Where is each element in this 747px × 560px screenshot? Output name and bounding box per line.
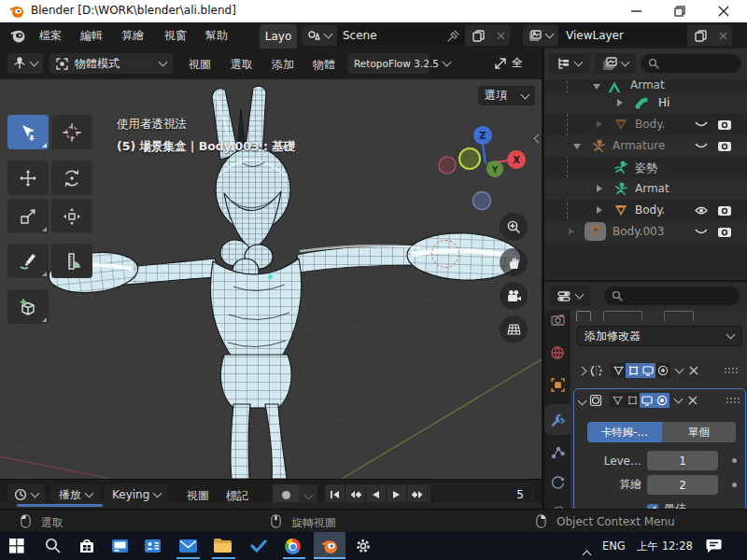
properties-editor-dropdown[interactable] [549,286,590,306]
taskbar-store-icon[interactable] [79,539,94,553]
viewport-menu-view[interactable]: 視圖 [185,57,215,73]
close-button[interactable] [718,6,729,17]
viewlayer-new-button[interactable] [687,25,713,46]
workspace-tab-layout[interactable]: Layo [260,24,297,49]
start-button[interactable] [9,539,24,553]
tray-expand-chevron[interactable] [579,544,590,560]
maximize-button[interactable] [674,6,685,17]
levels-value-field[interactable]: 1 [647,451,718,470]
modifier-mirror-header[interactable] [574,359,743,382]
add-modifier-dropdown[interactable]: 添加修改器 [576,326,742,346]
properties-search-input[interactable] [604,287,740,305]
transform-orientation-dropdown[interactable]: 全 [493,55,523,71]
pin-icon[interactable] [447,30,459,42]
blender-app-icon[interactable] [9,27,26,44]
menu-window[interactable]: 視窗 [161,28,190,44]
camera-visibility-icon[interactable] [717,226,732,238]
modifier-close-icon[interactable] [689,366,698,375]
modifier-close-icon[interactable] [688,396,698,405]
outliner-display-mode-dropdown[interactable] [549,53,590,74]
toggle-cage-icon[interactable] [611,363,626,378]
modifier-drag-handle[interactable] [724,367,739,374]
outliner-search-input[interactable] [641,54,741,73]
editor-type-dropdown[interactable] [7,53,43,74]
tab-world-icon[interactable] [550,345,565,360]
tab-object-icon[interactable] [551,378,565,392]
simple-button[interactable]: 單個 [662,422,737,442]
select-tool[interactable] [7,115,49,149]
minimize-button[interactable] [631,10,642,12]
taskbar-mail-icon[interactable] [179,539,197,553]
outliner-filter-dropdown[interactable] [595,53,636,74]
camera-visibility-icon[interactable] [717,119,732,131]
transform-tool[interactable] [51,199,92,233]
navigation-gizmo[interactable]: Y Z X [437,121,530,215]
taskbar-blender-icon[interactable] [321,538,338,554]
language-indicator[interactable]: ENG [602,539,626,553]
scene-unlink-button[interactable] [491,25,510,46]
retopoflow-dropdown[interactable]: RetopoFlow 3.2.5 [348,53,429,74]
zoom-button[interactable] [500,213,528,241]
action-center-icon[interactable] [706,539,722,553]
camera-visibility-icon[interactable] [717,140,732,152]
menu-file[interactable]: 檔案 [35,28,65,44]
clock[interactable]: 上午 12:28 [637,539,693,553]
toggle-editmode-icon[interactable] [626,363,641,378]
cursor-tool[interactable] [51,115,92,149]
orthographic-grid-button[interactable] [500,315,528,343]
tab-particles-icon[interactable] [551,445,565,459]
eye-open-icon[interactable] [694,205,709,216]
timeline-track-strip[interactable] [0,502,542,509]
outliner-row-armature[interactable]: Armature [544,135,747,157]
move-tool[interactable] [7,161,49,195]
modifier-subsurf-header[interactable] [574,389,745,412]
mode-dropdown[interactable]: 物體模式 [49,53,173,74]
sidebar-toggle-arrow[interactable] [530,128,542,146]
taskbar-explorer-icon[interactable] [214,539,232,553]
tab-physics-icon[interactable] [551,476,565,490]
scene-new-button[interactable] [465,25,491,46]
toggle-editmode-icon[interactable] [625,393,640,408]
toggle-realtime-icon[interactable] [641,363,655,378]
toggle-realtime-icon[interactable] [640,393,655,408]
viewport-3d[interactable]: 使用者透視法 (5) 場景集盒 | Body.003 : 基礎 選項 [0,79,542,479]
catmull-clark-button[interactable]: 卡特姆-… [587,422,662,442]
menu-help[interactable]: 幫助 [202,28,232,44]
annotate-tool[interactable] [7,244,49,278]
taskbar-todo-icon[interactable] [250,539,267,553]
outliner-row-body003-active[interactable]: Body.003 [544,221,747,243]
menu-edit[interactable]: 編輯 [77,28,106,44]
taskbar-people-app-icon[interactable] [145,539,161,553]
viewlayer-name-field[interactable]: ViewLayer [558,25,687,46]
render-value-field[interactable]: 2 [647,475,718,495]
outliner-row-pose[interactable]: 姿勢 [544,157,747,178]
timeline-range-bar[interactable] [17,504,103,507]
viewport-menu-object[interactable]: 物體 [309,57,339,73]
modifier-drag-handle[interactable] [726,397,740,404]
viewport-menu-add[interactable]: 添加 [268,57,298,73]
scale-tool[interactable] [7,199,49,233]
toggle-cage-icon[interactable] [610,393,625,408]
toggle-render-icon[interactable] [655,393,669,408]
outliner-row-body-visible[interactable]: Body. [544,200,747,221]
toggle-render-icon[interactable] [655,363,670,378]
menu-render[interactable]: 算繪 [118,28,148,44]
outliner-row-body-hidden[interactable]: Body. [544,114,747,135]
viewport-options-dropdown[interactable]: 選項 [478,86,535,105]
tab-render-icon[interactable] [551,314,565,326]
taskbar-video-app-icon[interactable] [112,539,128,553]
animate-dot[interactable] [732,483,737,487]
panel-splitter[interactable] [542,49,544,509]
camera-visibility-icon[interactable] [717,204,732,217]
scene-name-field[interactable]: Scene [337,25,465,46]
camera-view-button[interactable] [500,282,528,310]
scene-browse-button[interactable] [302,25,337,46]
eye-closed-icon[interactable] [694,229,709,236]
eye-closed-icon[interactable] [694,121,709,129]
viewlayer-browse-button[interactable] [523,25,558,46]
outliner-row-armature-child[interactable]: Armat [544,178,747,200]
rotate-tool[interactable] [51,161,92,195]
taskbar-chrome-icon[interactable] [285,539,301,554]
taskbar-settings-icon[interactable] [356,539,371,553]
animate-dot[interactable] [732,458,737,463]
